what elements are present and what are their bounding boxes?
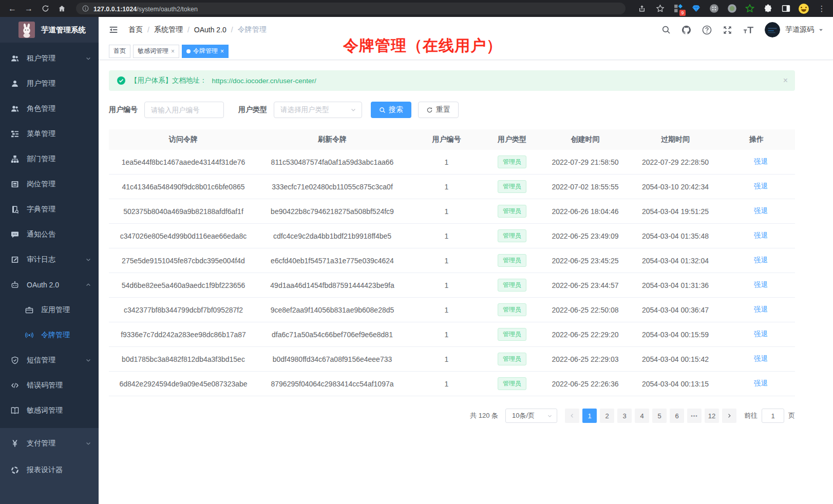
force-logout-button[interactable]: 强退 [745, 157, 768, 166]
table-cell-created: 2022-06-25 22:29:03 [538, 355, 633, 363]
alert-doc-link[interactable]: https://doc.iocoder.cn/user-center/ [212, 77, 316, 85]
alert-close-icon[interactable]: × [783, 76, 788, 85]
sidebar-item-message[interactable]: 通知公告 [0, 222, 99, 247]
gem-extension-icon[interactable] [691, 4, 701, 14]
sidebar-item-code[interactable]: 错误码管理 [0, 373, 99, 398]
table-cell-expires: 2054-03-10 20:42:34 [633, 183, 718, 191]
page-button-6[interactable]: 6 [670, 409, 684, 423]
force-logout-button[interactable]: 强退 [745, 206, 768, 216]
tab-首页[interactable]: 首页 [109, 45, 130, 58]
sidebar-item-token[interactable]: 令牌管理 [0, 322, 99, 347]
force-logout-button[interactable]: 强退 [745, 354, 768, 363]
sidebar-item-users[interactable]: 角色管理 [0, 96, 99, 121]
github-icon[interactable] [681, 25, 691, 35]
bookmark-star-icon[interactable] [655, 4, 665, 14]
sidebar-item-dict[interactable]: 字典管理 [0, 197, 99, 222]
extension-grid-icon[interactable]: 9 [673, 4, 683, 14]
app-logo[interactable]: 芋道管理系统 [0, 17, 99, 43]
table-row: f9336e7c7dd242a283ee98dc86b17a87dfa6c71a… [109, 322, 795, 347]
sidebar-item-menu[interactable]: 菜单管理 [0, 121, 99, 146]
tab-敏感词管理[interactable]: 敏感词管理× [133, 45, 179, 58]
green-star-extension-icon[interactable] [745, 4, 755, 14]
sidebar-item-label: 错误码管理 [27, 381, 63, 390]
table-cell-expires: 2054-03-04 00:15:42 [633, 355, 718, 363]
org-icon [11, 155, 19, 163]
code-icon [11, 381, 19, 390]
refresh-icon [426, 107, 433, 113]
home-icon[interactable] [55, 3, 68, 15]
breadcrumb-item: 令牌管理 [238, 25, 267, 34]
force-logout-button[interactable]: 强退 [745, 256, 768, 265]
page-size-select[interactable]: 10条/页 [505, 409, 557, 423]
sidebar-item-report[interactable]: 报表设计器 [0, 457, 99, 483]
more-pages-icon[interactable]: ••• [687, 409, 702, 423]
search-icon[interactable] [661, 25, 671, 34]
table-header-cell: 用户编号 [407, 135, 486, 144]
page-button-3[interactable]: 3 [617, 409, 632, 423]
next-page-button[interactable] [722, 409, 736, 423]
reload-icon[interactable] [39, 3, 51, 15]
share-icon[interactable] [637, 4, 647, 14]
emoji-extension-icon[interactable] [799, 4, 809, 14]
fullscreen-icon[interactable] [723, 25, 732, 35]
sidebar-item-bookopen[interactable]: 敏感词管理 [0, 398, 99, 423]
sidebar-item-badge[interactable]: 岗位管理 [0, 171, 99, 197]
record-extension-icon[interactable] [727, 4, 737, 14]
sidebar-item-org[interactable]: 部门管理 [0, 146, 99, 171]
sidebar-item-users[interactable]: 租户管理 [0, 46, 99, 71]
user-caret-down-icon[interactable] [818, 27, 824, 33]
goto-page-input[interactable] [762, 409, 784, 423]
sidebar-item-app[interactable]: 应用管理 [0, 297, 99, 322]
breadcrumb-item[interactable]: OAuth 2.0 [194, 26, 226, 34]
puzzle-extension-icon[interactable] [763, 4, 773, 14]
force-logout-button[interactable]: 强退 [745, 379, 768, 388]
font-size-icon[interactable] [743, 25, 754, 35]
page-button-2[interactable]: 2 [600, 409, 614, 423]
active-tab-dot [186, 49, 191, 53]
table-cell-refresh: 8796295f04064c2983414cc54af1097a [258, 380, 407, 388]
address-bar[interactable]: 127.0.0.1:1024/system/oauth2/token [76, 3, 626, 14]
username[interactable]: 芋道源码 [785, 25, 814, 34]
tab-令牌管理[interactable]: 令牌管理× [182, 45, 229, 58]
force-logout-button[interactable]: 强退 [745, 231, 768, 240]
search-button[interactable]: 搜索 [371, 102, 411, 118]
table-header-cell: 创建时间 [538, 135, 633, 144]
prev-page-button[interactable] [565, 409, 579, 423]
help-icon[interactable] [702, 25, 712, 35]
user-id-input[interactable] [144, 102, 224, 118]
action-label: 强退 [754, 256, 768, 265]
user-type-select[interactable]: 请选择用户类型 [274, 102, 362, 118]
forward-icon[interactable]: → [23, 3, 35, 15]
site-info-icon[interactable] [82, 5, 89, 12]
tab-close-icon[interactable]: × [220, 48, 224, 55]
sidebar-panel-icon[interactable] [781, 4, 791, 14]
force-logout-button[interactable]: 强退 [745, 329, 768, 339]
avatar[interactable] [765, 22, 780, 37]
reset-button[interactable]: 重置 [418, 102, 459, 118]
trash-icon [745, 257, 752, 264]
table-cell-access: 275e5de9151045fe87cbdc395e004f4d [109, 257, 258, 265]
force-logout-button[interactable]: 强退 [745, 182, 768, 191]
breadcrumb-item[interactable]: 系统管理 [154, 25, 183, 34]
back-icon[interactable]: ← [6, 3, 18, 15]
command-extension-icon[interactable] [709, 4, 719, 14]
sidebar-item-user[interactable]: 用户管理 [0, 71, 99, 96]
page-button-4[interactable]: 4 [635, 409, 649, 423]
breadcrumb-item[interactable]: 首页 [128, 25, 143, 34]
sidebar-item-yen[interactable]: 支付管理 [0, 430, 99, 457]
sidebar-item-log[interactable]: 审计日志 [0, 247, 99, 272]
sidebar-item-robot[interactable]: OAuth 2.0 [0, 272, 99, 297]
user-type-tag: 管理员 [498, 303, 526, 316]
table-cell-user_id: 1 [407, 207, 486, 216]
table-cell-refresh: dfa6c71a50a54c66bef706ef9e6e8d81 [258, 331, 407, 339]
tab-close-icon[interactable]: × [171, 48, 175, 55]
sidebar-item-shield[interactable]: 短信管理 [0, 347, 99, 373]
table-cell-access: 41c41346a548490f9dc8b01c6bfe0865 [109, 183, 258, 191]
force-logout-button[interactable]: 强退 [745, 280, 768, 289]
page-button-5[interactable]: 5 [652, 409, 667, 423]
page-button-12[interactable]: 12 [705, 409, 719, 423]
page-button-1[interactable]: 1 [582, 409, 597, 423]
sidebar-toggle-icon[interactable] [107, 23, 120, 36]
force-logout-button[interactable]: 强退 [745, 305, 768, 314]
browser-menu-icon[interactable]: ⋮ [817, 4, 827, 14]
